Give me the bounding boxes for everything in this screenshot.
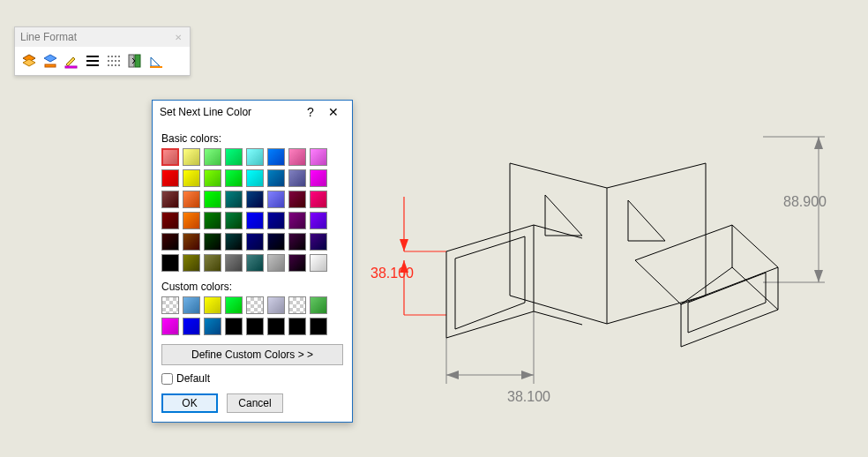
custom-colors-label: Custom colors: bbox=[161, 281, 343, 293]
line-thickness-button[interactable] bbox=[63, 52, 80, 70]
hide-show-edges-button[interactable] bbox=[105, 52, 123, 70]
dimension-width-value: 38.100 bbox=[507, 389, 550, 404]
basic-color-swatch[interactable] bbox=[288, 212, 306, 229]
toolbar-title-text: Line Format bbox=[20, 31, 77, 43]
custom-color-swatch[interactable] bbox=[225, 296, 243, 314]
custom-color-swatch[interactable] bbox=[204, 318, 221, 335]
default-checkbox-row[interactable]: Default bbox=[161, 372, 343, 385]
basic-color-swatch[interactable] bbox=[246, 254, 264, 272]
basic-color-swatch[interactable] bbox=[161, 254, 179, 272]
basic-color-swatch[interactable] bbox=[225, 254, 243, 272]
basic-color-swatch[interactable] bbox=[310, 233, 327, 251]
basic-color-swatch[interactable] bbox=[246, 212, 264, 229]
custom-color-swatch[interactable] bbox=[225, 318, 243, 335]
basic-color-swatch[interactable] bbox=[288, 191, 306, 208]
basic-color-swatch[interactable] bbox=[204, 169, 221, 187]
angle-icon bbox=[148, 53, 164, 69]
basic-color-swatch[interactable] bbox=[183, 191, 200, 208]
basic-color-swatch[interactable] bbox=[267, 254, 285, 272]
basic-color-swatch[interactable] bbox=[183, 212, 200, 229]
basic-color-swatch[interactable] bbox=[183, 169, 200, 187]
custom-color-swatch[interactable] bbox=[183, 318, 200, 335]
custom-color-swatch[interactable] bbox=[288, 318, 306, 335]
custom-color-swatch[interactable] bbox=[267, 318, 285, 335]
custom-color-swatch[interactable] bbox=[161, 318, 179, 335]
basic-color-swatch[interactable] bbox=[225, 169, 243, 187]
basic-color-swatch[interactable] bbox=[246, 148, 264, 166]
basic-color-swatch[interactable] bbox=[161, 212, 179, 229]
basic-color-swatch[interactable] bbox=[204, 212, 221, 229]
basic-colors-grid bbox=[161, 148, 343, 272]
toolbar-close-button[interactable]: ✕ bbox=[172, 31, 184, 43]
basic-color-swatch[interactable] bbox=[225, 148, 243, 166]
custom-color-swatch[interactable] bbox=[310, 318, 327, 335]
custom-color-swatch[interactable] bbox=[246, 296, 264, 314]
dashed-lines-icon bbox=[106, 53, 122, 69]
toolbar-body bbox=[15, 47, 190, 75]
basic-color-swatch[interactable] bbox=[267, 233, 285, 251]
dialog-titlebar[interactable]: Set Next Line Color ? ✕ bbox=[153, 101, 352, 124]
basic-color-swatch[interactable] bbox=[204, 148, 221, 166]
basic-color-swatch[interactable] bbox=[225, 233, 243, 251]
color-display-mode-button[interactable] bbox=[126, 52, 144, 70]
basic-color-swatch[interactable] bbox=[204, 191, 221, 208]
basic-color-swatch[interactable] bbox=[288, 254, 306, 272]
basic-color-swatch[interactable] bbox=[310, 191, 327, 208]
custom-color-swatch[interactable] bbox=[183, 296, 200, 314]
basic-colors-label: Basic colors: bbox=[161, 132, 343, 145]
basic-color-swatch[interactable] bbox=[225, 191, 243, 208]
custom-color-swatch[interactable] bbox=[246, 318, 264, 335]
dialog-title: Set Next Line Color bbox=[160, 106, 299, 118]
basic-color-swatch[interactable] bbox=[225, 212, 243, 229]
layer-properties-button[interactable] bbox=[20, 52, 38, 70]
basic-color-swatch[interactable] bbox=[310, 254, 327, 272]
basic-color-swatch[interactable] bbox=[310, 148, 327, 166]
basic-color-swatch[interactable] bbox=[246, 169, 264, 187]
basic-color-swatch[interactable] bbox=[288, 148, 306, 166]
line-color-button[interactable] bbox=[41, 52, 59, 70]
line-style-button[interactable] bbox=[84, 52, 101, 70]
line-style-icon bbox=[85, 53, 101, 69]
basic-color-swatch[interactable] bbox=[183, 233, 200, 251]
cancel-button[interactable]: Cancel bbox=[227, 393, 283, 413]
set-next-line-color-dialog: Set Next Line Color ? ✕ Basic colors: Cu… bbox=[152, 100, 353, 423]
dimension-height: 38.100 bbox=[370, 197, 446, 315]
basic-color-swatch[interactable] bbox=[288, 233, 306, 251]
svg-rect-11 bbox=[129, 55, 134, 67]
pencil-icon bbox=[64, 53, 79, 69]
basic-color-swatch[interactable] bbox=[267, 169, 285, 187]
basic-color-swatch[interactable] bbox=[161, 148, 179, 166]
custom-color-swatch[interactable] bbox=[204, 296, 221, 314]
basic-color-swatch[interactable] bbox=[161, 233, 179, 251]
angle-button[interactable] bbox=[147, 52, 165, 70]
basic-color-swatch[interactable] bbox=[310, 212, 327, 229]
basic-color-swatch[interactable] bbox=[161, 191, 179, 208]
color-mode-icon bbox=[127, 53, 143, 69]
svg-marker-15 bbox=[400, 239, 408, 251]
define-custom-colors-button[interactable]: Define Custom Colors > > bbox=[161, 344, 343, 365]
basic-color-swatch[interactable] bbox=[183, 148, 200, 166]
basic-color-swatch[interactable] bbox=[246, 191, 264, 208]
basic-color-swatch[interactable] bbox=[310, 169, 327, 187]
basic-color-swatch[interactable] bbox=[161, 169, 179, 187]
custom-color-swatch[interactable] bbox=[288, 296, 306, 314]
toolbar-titlebar[interactable]: Line Format ✕ bbox=[15, 27, 190, 47]
svg-marker-24 bbox=[521, 371, 534, 379]
ok-button[interactable]: OK bbox=[161, 393, 218, 413]
custom-color-swatch[interactable] bbox=[267, 296, 285, 314]
basic-color-swatch[interactable] bbox=[204, 254, 221, 272]
custom-color-swatch[interactable] bbox=[161, 296, 179, 314]
basic-color-swatch[interactable] bbox=[204, 233, 221, 251]
basic-color-swatch[interactable] bbox=[246, 233, 264, 251]
cad-drawing: 38.100 38.100 88.900 bbox=[370, 119, 860, 446]
basic-color-swatch[interactable] bbox=[183, 254, 200, 272]
dialog-help-button[interactable]: ? bbox=[299, 101, 322, 124]
basic-color-swatch[interactable] bbox=[267, 148, 285, 166]
custom-color-swatch[interactable] bbox=[310, 296, 327, 314]
basic-color-swatch[interactable] bbox=[267, 191, 285, 208]
default-checkbox[interactable] bbox=[161, 373, 173, 385]
basic-color-swatch[interactable] bbox=[267, 212, 285, 229]
dialog-close-button[interactable]: ✕ bbox=[322, 101, 345, 124]
svg-rect-12 bbox=[135, 55, 140, 67]
basic-color-swatch[interactable] bbox=[288, 169, 306, 187]
